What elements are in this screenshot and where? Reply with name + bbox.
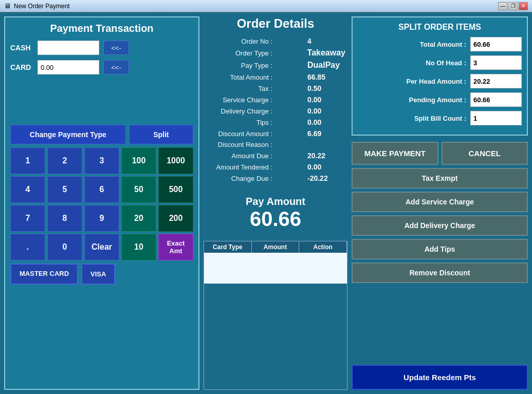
payment-transaction-box: Payment Transaction CASH <<- CARD <<- Ch…: [4, 16, 199, 390]
num-10-button[interactable]: 10: [121, 234, 156, 260]
num-8-button[interactable]: 8: [47, 205, 82, 232]
right-panel: SPLIT ORDER ITEMS Total Amount : No Of H…: [352, 16, 528, 390]
tips-label: Tips :: [206, 119, 272, 126]
per-head-amount-input[interactable]: [470, 74, 522, 88]
amount-tendered-label: Amount Tendered :: [206, 163, 272, 171]
order-no-value: 4: [304, 37, 345, 45]
card-label: CARD: [10, 63, 33, 71]
pending-amount-input[interactable]: [470, 92, 522, 107]
card-input[interactable]: [38, 60, 99, 74]
master-card-button[interactable]: MASTER CARD: [10, 264, 78, 285]
close-button[interactable]: ✕: [519, 2, 528, 10]
card-type-header: Card Type: [204, 241, 252, 253]
restore-button[interactable]: ❐: [508, 2, 518, 10]
num-20-button[interactable]: 20: [121, 205, 156, 232]
order-type-label: Order Type :: [206, 49, 272, 57]
action-header: Action: [299, 241, 347, 253]
service-charge-row: Service Charge : 0.00: [204, 96, 347, 104]
card-table-header: Card Type Amount Action: [204, 241, 347, 253]
delivery-charge-value: 0.00: [304, 107, 345, 115]
visa-button[interactable]: VISA: [81, 264, 115, 285]
cash-input[interactable]: [38, 41, 99, 55]
discount-reason-row: Discount Reason :: [204, 141, 347, 148]
change-due-label: Change Due :: [206, 175, 272, 182]
cash-row: CASH <<-: [10, 41, 193, 55]
make-cancel-row: MAKE PAYMENT CANCEL: [352, 142, 528, 165]
total-amount-split-label: Total Amount :: [358, 41, 466, 48]
delivery-charge-label: Delivery Charge :: [206, 107, 272, 115]
discount-amount-value: 6.69: [304, 129, 345, 138]
num-7-button[interactable]: 7: [10, 205, 45, 232]
num-500-button[interactable]: 500: [158, 176, 193, 203]
split-bill-count-input[interactable]: [470, 111, 522, 125]
update-redeem-pts-button[interactable]: Update Reedem Pts: [352, 365, 528, 390]
split-button[interactable]: Split: [129, 125, 193, 144]
no-of-head-input[interactable]: [470, 55, 522, 70]
tax-exempt-button[interactable]: Tax Exmpt: [352, 168, 528, 189]
tips-value: 0.00: [304, 118, 345, 126]
make-payment-button[interactable]: MAKE PAYMENT: [352, 142, 438, 165]
cancel-button[interactable]: CANCEL: [442, 142, 528, 165]
dot-button[interactable]: .: [10, 234, 45, 260]
tax-value: 0.50: [304, 84, 345, 92]
split-bill-count-label: Split Bill Count :: [358, 115, 466, 122]
num-200-button[interactable]: 200: [158, 205, 193, 232]
split-order-title: SPLIT ORDER ITEMS: [358, 23, 522, 32]
add-tips-button[interactable]: Add Tips: [352, 239, 528, 259]
service-charge-value: 0.00: [304, 96, 345, 104]
main-container: Payment Transaction CASH <<- CARD <<- Ch…: [0, 12, 532, 394]
no-of-head-label: No Of Head :: [358, 59, 466, 67]
amount-tendered-value: 0.00: [304, 163, 345, 171]
num-3-button[interactable]: 3: [84, 147, 119, 174]
minimize-button[interactable]: —: [498, 2, 507, 10]
pending-amount-row: Pending Amount :: [358, 92, 522, 107]
num-9-button[interactable]: 9: [84, 205, 119, 232]
discount-amount-label: Discount Amount :: [206, 130, 272, 138]
pay-amount-section: Pay Amount 60.66: [204, 191, 347, 236]
order-type-value: Takeaway: [304, 48, 345, 58]
num-0-button[interactable]: 0: [47, 234, 82, 260]
order-no-row: Order No : 4: [204, 37, 347, 45]
window-title: New Order Payment: [14, 3, 70, 10]
tax-label: Tax :: [206, 85, 272, 92]
amount-due-label: Amount Due :: [206, 152, 272, 160]
total-amount-value: 66.85: [304, 73, 345, 81]
change-payment-type-button[interactable]: Change Payment Type: [10, 125, 126, 144]
add-service-charge-button[interactable]: Add Service Charge: [352, 192, 528, 212]
card-table: Card Type Amount Action: [204, 241, 347, 390]
card-buttons-row: MASTER CARD VISA: [10, 264, 193, 285]
cash-arrow-button[interactable]: <<-: [103, 41, 129, 55]
split-bill-count-row: Split Bill Count :: [358, 111, 522, 125]
discount-amount-row: Discount Amount : 6.69: [204, 129, 347, 138]
amount-tendered-row: Amount Tendered : 0.00: [204, 163, 347, 171]
pay-amount-label: Pay Amount: [209, 196, 342, 208]
card-row: CARD <<-: [10, 60, 193, 74]
num-50-button[interactable]: 50: [121, 176, 156, 203]
pay-type-value: DualPay: [304, 61, 345, 70]
numpad: 1 2 3 100 1000 4 5 6 50 500 7 8 9 20 200…: [10, 147, 193, 260]
remove-discount-button[interactable]: Remove Discount: [352, 262, 528, 283]
order-no-label: Order No :: [206, 37, 272, 45]
num-1000-button[interactable]: 1000: [158, 147, 193, 174]
card-table-body: [204, 253, 347, 284]
order-type-row: Order Type : Takeaway: [204, 48, 347, 58]
middle-panel: Order Details Order No : 4 Order Type : …: [204, 16, 347, 390]
num-6-button[interactable]: 6: [84, 176, 119, 203]
action-buttons-row: Change Payment Type Split: [10, 125, 193, 144]
change-due-row: Change Due : -20.22: [204, 174, 347, 182]
num-4-button[interactable]: 4: [10, 176, 45, 203]
pay-type-label: Pay Type :: [206, 62, 272, 69]
card-arrow-button[interactable]: <<-: [103, 60, 129, 74]
add-delivery-charge-button[interactable]: Add Delivery Charge: [352, 215, 528, 236]
total-amount-split-input[interactable]: [470, 37, 522, 51]
num-100-button[interactable]: 100: [121, 147, 156, 174]
title-bar: 🖥 New Order Payment — ❐ ✕: [0, 0, 532, 12]
no-of-head-row: No Of Head :: [358, 55, 522, 70]
num-1-button[interactable]: 1: [10, 147, 45, 174]
exact-amt-button[interactable]: Exact Amt: [158, 234, 193, 260]
num-5-button[interactable]: 5: [47, 176, 82, 203]
total-amount-label: Total Amount :: [206, 73, 272, 81]
clear-button[interactable]: Clear: [84, 234, 119, 260]
num-2-button[interactable]: 2: [47, 147, 82, 174]
app-icon: 🖥: [4, 2, 11, 10]
